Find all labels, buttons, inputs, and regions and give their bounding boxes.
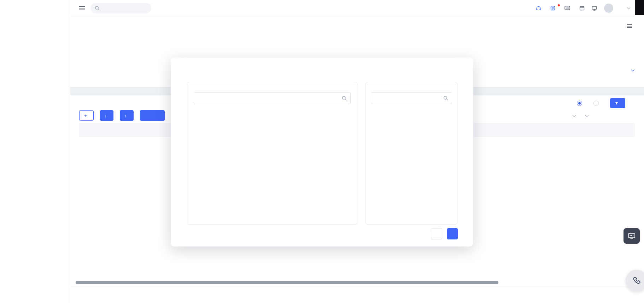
calendar-icon <box>579 6 585 11</box>
chevron-down-icon[interactable] <box>627 6 631 9</box>
display-fields-search[interactable] <box>371 92 452 104</box>
import-icon: ↓ <box>105 113 107 118</box>
expand-button[interactable] <box>630 69 634 71</box>
notification-list-icon <box>550 6 555 11</box>
chevron-down-icon <box>573 113 576 117</box>
all-fields-search[interactable] <box>194 92 351 104</box>
avatar[interactable] <box>604 4 613 13</box>
funnel-icon <box>615 101 619 105</box>
toolbar-partial-button[interactable] <box>140 110 165 121</box>
cancel-button[interactable] <box>431 228 442 239</box>
match-mode-select[interactable] <box>583 115 588 117</box>
workbench-icon <box>592 6 597 11</box>
menu-search[interactable] <box>90 3 151 13</box>
display-fields-list <box>371 108 452 214</box>
search-icon <box>443 96 448 101</box>
chevron-down-icon <box>631 68 635 72</box>
keyword-input[interactable] <box>596 113 627 118</box>
shortcuts-button[interactable] <box>564 6 572 10</box>
window-close-button[interactable] <box>635 0 644 15</box>
horizontal-scrollbar[interactable] <box>76 281 498 284</box>
display-fields-search-input[interactable] <box>375 96 440 101</box>
export-button[interactable]: ↑ <box>120 110 134 121</box>
notification-dot <box>558 4 560 6</box>
topbar-right <box>536 4 630 13</box>
chevron-down-icon <box>585 113 589 117</box>
sidebar <box>0 0 70 303</box>
sidebar-menu <box>0 0 70 22</box>
exclude-radio[interactable] <box>593 101 599 106</box>
modal-buttons <box>431 228 458 239</box>
notifications-button[interactable] <box>550 6 557 11</box>
sort-button[interactable] <box>627 26 634 26</box>
filter-button[interactable] <box>610 98 625 108</box>
quick-search-bar <box>563 113 635 118</box>
table-footer <box>70 286 644 303</box>
menu-search-input[interactable] <box>103 6 142 11</box>
include-radio[interactable] <box>577 101 582 106</box>
add-button[interactable]: + <box>79 110 94 121</box>
export-icon: ↑ <box>124 113 127 118</box>
plus-icon: + <box>84 113 87 118</box>
phone-widget-icon <box>632 276 641 285</box>
chat-widget-icon <box>628 233 635 239</box>
agent-button[interactable] <box>536 6 543 11</box>
topbar <box>70 0 644 16</box>
search-icon <box>95 6 100 11</box>
headset-icon <box>536 6 541 11</box>
workbench-button[interactable] <box>592 6 597 11</box>
phone-field-select[interactable] <box>570 115 575 117</box>
floating-chat-button[interactable] <box>623 228 640 244</box>
calendar-button[interactable] <box>579 6 585 11</box>
display-fields-panel <box>365 82 457 225</box>
menu-icon[interactable] <box>79 8 85 8</box>
settings-modal <box>171 58 473 246</box>
all-fields-search-input[interactable] <box>198 96 339 101</box>
sort-icon <box>627 26 632 26</box>
confirm-button[interactable] <box>447 228 458 239</box>
keyboard-icon <box>564 6 570 10</box>
import-button[interactable]: ↓ <box>100 110 114 121</box>
search-icon <box>342 96 347 101</box>
all-fields-panel <box>187 82 357 225</box>
